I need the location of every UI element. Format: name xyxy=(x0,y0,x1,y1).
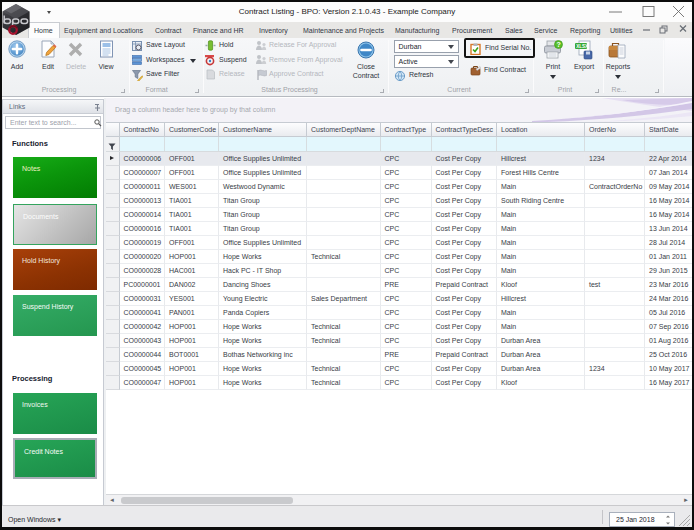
svg-text:XLSX: XLSX xyxy=(576,44,589,49)
svg-text:?: ? xyxy=(557,41,561,48)
